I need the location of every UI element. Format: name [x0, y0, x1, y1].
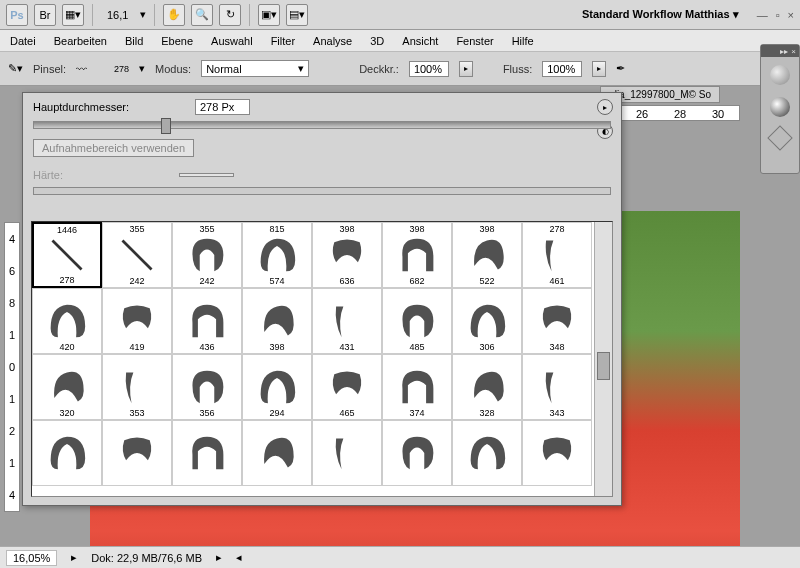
- brush-thumb[interactable]: 398636: [312, 222, 382, 288]
- brush-thumb[interactable]: 374: [382, 354, 452, 420]
- blend-mode-select[interactable]: Normal▾: [201, 60, 309, 77]
- brush-preset-icon[interactable]: 〰: [76, 63, 104, 75]
- brush-thumb[interactable]: 398682: [382, 222, 452, 288]
- brush-thumb[interactable]: 306: [452, 288, 522, 354]
- deckkr-label: Deckkr.:: [359, 63, 399, 75]
- diameter-slider[interactable]: [33, 121, 611, 129]
- bridge-icon[interactable]: Br: [34, 4, 56, 26]
- flow-field[interactable]: 100%: [542, 61, 582, 77]
- flow-arrow-icon[interactable]: ▸: [592, 61, 606, 77]
- brush-thumb[interactable]: [242, 420, 312, 486]
- status-bar: 16,05% ▸ Dok: 22,9 MB/76,6 MB ▸ ◂: [0, 546, 800, 568]
- brush-thumb[interactable]: 815574: [242, 222, 312, 288]
- brush-grid: 1446278355242355242815574398636398682398…: [31, 221, 613, 497]
- brush-thumb[interactable]: 355242: [172, 222, 242, 288]
- opacity-field[interactable]: 100%: [409, 61, 449, 77]
- window-controls: — ▫ ×: [757, 9, 794, 21]
- brush-thumb[interactable]: 278461: [522, 222, 592, 288]
- main-menu: Datei Bearbeiten Bild Ebene Auswahl Filt…: [0, 30, 800, 52]
- brush-thumb[interactable]: 420: [32, 288, 102, 354]
- menu-datei[interactable]: Datei: [10, 35, 36, 47]
- maximize-icon[interactable]: ▫: [776, 9, 780, 21]
- brush-thumb[interactable]: 436: [172, 288, 242, 354]
- brush-thumb[interactable]: 398522: [452, 222, 522, 288]
- brush-dropdown-icon[interactable]: ▾: [139, 62, 145, 75]
- menu-bearbeiten[interactable]: Bearbeiten: [54, 35, 107, 47]
- dock-close-icon[interactable]: ×: [791, 47, 796, 56]
- right-dock: ▸▸ ×: [760, 44, 800, 174]
- horizontal-ruler: 26 28 30: [620, 105, 740, 121]
- menu-analyse[interactable]: Analyse: [313, 35, 352, 47]
- separator: [92, 4, 93, 26]
- brush-thumb[interactable]: [452, 420, 522, 486]
- menu-ebene[interactable]: Ebene: [161, 35, 193, 47]
- opacity-arrow-icon[interactable]: ▸: [459, 61, 473, 77]
- vertical-ruler: 4 6 8 1 0 1 2 1 4: [4, 222, 20, 512]
- close-icon[interactable]: ×: [788, 9, 794, 21]
- brush-thumb[interactable]: [102, 420, 172, 486]
- film-icon[interactable]: ▦▾: [62, 4, 84, 26]
- workspace-switcher[interactable]: Standard Workflow Matthias ▾: [582, 8, 739, 21]
- brush-thumb[interactable]: 348: [522, 288, 592, 354]
- dock-header: ▸▸ ×: [761, 45, 799, 57]
- brush-thumb[interactable]: 1446278: [32, 222, 102, 288]
- brush-thumb[interactable]: 355242: [102, 222, 172, 288]
- zoom-tool-icon[interactable]: 🔍: [191, 4, 213, 26]
- dock-collapse-icon[interactable]: ▸▸: [780, 47, 788, 56]
- styles-panel-icon[interactable]: [767, 125, 792, 150]
- status-zoom[interactable]: 16,05%: [6, 550, 57, 566]
- hardness-label: Härte:: [33, 169, 63, 181]
- screen-mode-icon[interactable]: ▣▾: [258, 4, 280, 26]
- separator: [249, 4, 250, 26]
- brush-thumb[interactable]: 353: [102, 354, 172, 420]
- diameter-input[interactable]: 278 Px: [195, 99, 250, 115]
- brush-thumb[interactable]: 294: [242, 354, 312, 420]
- hardness-input: [179, 173, 234, 177]
- brush-size-display: 278: [114, 64, 129, 74]
- app-topbar: Ps Br ▦▾ 16,1▾ ✋ 🔍 ↻ ▣▾ ▤▾ Standard Work…: [0, 0, 800, 30]
- brush-thumb[interactable]: 320: [32, 354, 102, 420]
- status-scroll-left-icon[interactable]: ◂: [236, 551, 242, 564]
- airbrush-icon[interactable]: ✒: [616, 62, 625, 75]
- menu-filter[interactable]: Filter: [271, 35, 295, 47]
- rotate-tool-icon[interactable]: ↻: [219, 4, 241, 26]
- arrange-icon[interactable]: ▤▾: [286, 4, 308, 26]
- modus-label: Modus:: [155, 63, 191, 75]
- brush-thumb[interactable]: 485: [382, 288, 452, 354]
- swatch-panel-icon[interactable]: [770, 97, 790, 117]
- brush-thumb[interactable]: 343: [522, 354, 592, 420]
- menu-ansicht[interactable]: Ansicht: [402, 35, 438, 47]
- panel-play-icon[interactable]: ▸: [597, 99, 613, 115]
- brush-thumb[interactable]: [382, 420, 452, 486]
- brush-thumb[interactable]: [312, 420, 382, 486]
- brush-thumb[interactable]: [32, 420, 102, 486]
- brush-thumb[interactable]: [172, 420, 242, 486]
- tool-options-bar: ✎▾ Pinsel: 〰 278 ▾ Modus: Normal▾ Deckkr…: [0, 52, 800, 86]
- fluss-label: Fluss:: [503, 63, 532, 75]
- brush-thumb[interactable]: 431: [312, 288, 382, 354]
- brush-thumb[interactable]: [522, 420, 592, 486]
- menu-auswahl[interactable]: Auswahl: [211, 35, 253, 47]
- hand-tool-icon[interactable]: ✋: [163, 4, 185, 26]
- brush-scrollbar[interactable]: [594, 222, 612, 496]
- hardness-slider: [33, 187, 611, 195]
- color-panel-icon[interactable]: [770, 65, 790, 85]
- zoom-level[interactable]: 16,1: [101, 7, 134, 23]
- brush-tool-icon[interactable]: ✎▾: [8, 62, 23, 75]
- diameter-label: Hauptdurchmesser:: [33, 101, 129, 113]
- brush-thumb[interactable]: 328: [452, 354, 522, 420]
- status-doc-info[interactable]: Dok: 22,9 MB/76,6 MB: [91, 552, 202, 564]
- separator: [154, 4, 155, 26]
- ps-logo-icon[interactable]: Ps: [6, 4, 28, 26]
- brush-thumb[interactable]: 356: [172, 354, 242, 420]
- menu-hilfe[interactable]: Hilfe: [512, 35, 534, 47]
- minimize-icon[interactable]: —: [757, 9, 768, 21]
- menu-3d[interactable]: 3D: [370, 35, 384, 47]
- brush-thumb[interactable]: 419: [102, 288, 172, 354]
- menu-bild[interactable]: Bild: [125, 35, 143, 47]
- brush-thumb[interactable]: 465: [312, 354, 382, 420]
- brush-thumb[interactable]: 398: [242, 288, 312, 354]
- pinsel-label: Pinsel:: [33, 63, 66, 75]
- use-sample-button[interactable]: Aufnahmebereich verwenden: [33, 139, 194, 157]
- menu-fenster[interactable]: Fenster: [456, 35, 493, 47]
